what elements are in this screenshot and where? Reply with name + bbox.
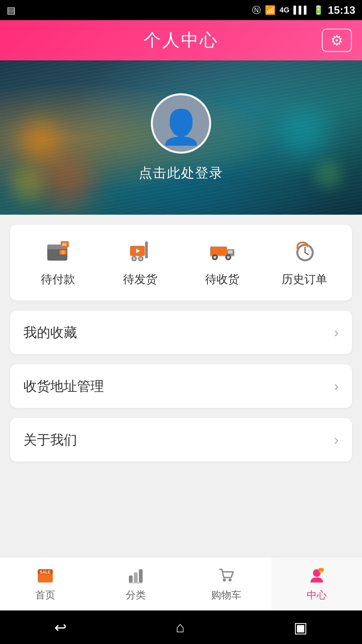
svg-rect-30 [134, 573, 137, 583]
profile-banner[interactable]: 👤 点击此处登录 [0, 60, 362, 215]
order-item-pending-payment[interactable]: 40 待付款 [17, 238, 99, 287]
center-nav-icon [307, 566, 327, 586]
order-label-pending-payment: 待付款 [41, 272, 75, 287]
order-label-history: 历史订单 [282, 272, 327, 287]
truck-icon [205, 238, 239, 265]
address-item[interactable]: 收货地址管理 › [23, 364, 339, 408]
favorites-label: 我的收藏 [23, 323, 77, 342]
avatar-icon: 👤 [160, 110, 202, 144]
battery-icon: 🔋 [313, 5, 324, 15]
favorites-arrow: › [334, 325, 339, 340]
page-title: 个人中心 [143, 29, 219, 52]
gear-icon: ⚙ [330, 32, 343, 49]
wallet-icon: 40 [41, 238, 75, 265]
status-bar: ▤ Ⓝ 📶 4G ▌▌▌ 🔋 15:13 [0, 0, 362, 20]
nfc-icon: Ⓝ [252, 4, 261, 16]
svg-text:40: 40 [62, 242, 67, 247]
cart-nav-icon [216, 566, 236, 586]
svg-rect-31 [139, 569, 142, 582]
home-nav-label: 首页 [35, 588, 55, 602]
wifi-icon: 📶 [265, 5, 276, 15]
recent-button[interactable]: ▣ [294, 619, 308, 636]
category-nav-icon [126, 566, 146, 586]
svg-point-18 [214, 256, 216, 259]
center-nav-label: 中心 [307, 588, 327, 602]
home-button[interactable]: ⌂ [176, 619, 185, 636]
svg-rect-37 [319, 568, 324, 571]
address-arrow: › [334, 379, 339, 394]
about-label: 关于我们 [23, 431, 77, 449]
address-card[interactable]: 收货地址管理 › [10, 364, 352, 408]
nav-cart[interactable]: 购物车 [181, 557, 272, 610]
order-label-pending-ship: 待发货 [123, 272, 157, 287]
about-item[interactable]: 关于我们 › [23, 418, 339, 462]
header: 个人中心 ⚙ [0, 20, 362, 60]
category-nav-label: 分类 [126, 588, 146, 602]
order-label-pending-receive: 待收货 [205, 272, 239, 287]
4g-icon: 4G [280, 6, 289, 14]
favorites-item[interactable]: 我的收藏 › [23, 311, 339, 354]
android-nav: ↩ ⌂ ▣ [0, 610, 362, 644]
svg-point-20 [227, 256, 230, 259]
app-icon: ▤ [7, 5, 15, 16]
svg-point-33 [223, 578, 226, 581]
status-right: Ⓝ 📶 4G ▌▌▌ 🔋 15:13 [252, 4, 355, 16]
status-left: ▤ [7, 5, 15, 16]
order-item-pending-receive[interactable]: 待收货 [181, 238, 263, 287]
svg-rect-6 [145, 241, 148, 258]
about-card[interactable]: 关于我们 › [10, 418, 352, 462]
content-area: 40 待付款 [0, 215, 362, 529]
address-label: 收货地址管理 [23, 377, 104, 395]
nav-home[interactable]: SALE 首页 [0, 557, 90, 610]
home-nav-icon: SALE [35, 566, 55, 586]
order-item-history[interactable]: 历史订单 [263, 238, 345, 287]
svg-text:SALE: SALE [40, 570, 50, 575]
settings-button[interactable]: ⚙ [322, 29, 352, 52]
order-card: 40 待付款 [10, 225, 352, 301]
favorites-card[interactable]: 我的收藏 › [10, 311, 352, 354]
back-button[interactable]: ↩ [54, 619, 67, 636]
svg-rect-29 [129, 576, 132, 583]
cart-nav-label: 购物车 [211, 588, 241, 602]
status-time: 15:13 [328, 4, 355, 16]
svg-rect-32 [129, 583, 142, 584]
order-item-pending-ship[interactable]: 待发货 [99, 238, 181, 287]
svg-point-9 [133, 257, 135, 260]
about-arrow: › [334, 432, 339, 447]
bottom-nav: SALE 首页 分类 购物车 [0, 557, 362, 610]
login-prompt[interactable]: 点击此处登录 [139, 164, 223, 182]
svg-point-3 [61, 250, 65, 254]
cart-icon [123, 238, 157, 265]
history-icon [288, 238, 321, 265]
nav-category[interactable]: 分类 [90, 557, 181, 610]
svg-rect-13 [210, 247, 227, 256]
signal-icon: ▌▌▌ [293, 6, 309, 14]
svg-point-34 [229, 578, 232, 581]
svg-point-11 [139, 257, 142, 260]
avatar[interactable]: 👤 [151, 93, 211, 154]
svg-rect-15 [228, 250, 233, 254]
nav-center[interactable]: 中心 [272, 557, 362, 610]
